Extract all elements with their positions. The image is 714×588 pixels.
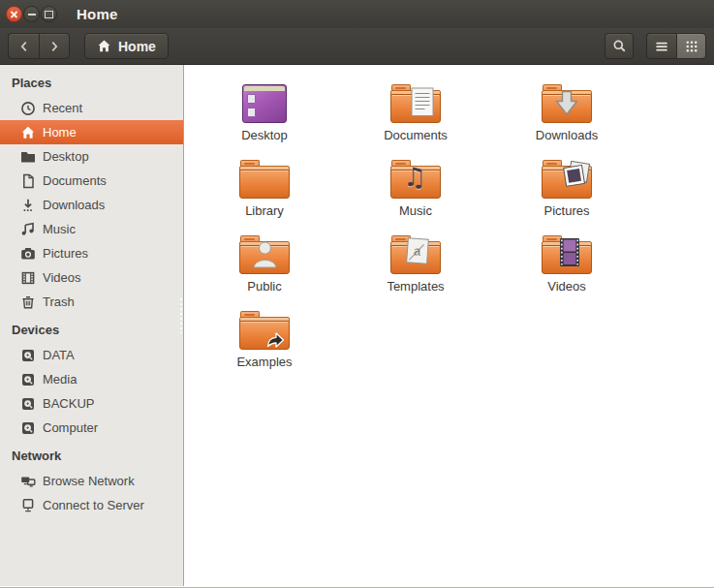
sidebar-item-browse-network[interactable]: Browse Network [0, 469, 183, 493]
file-item-downloads[interactable]: Downloads [491, 77, 642, 153]
home-icon [97, 39, 111, 53]
file-label: Desktop [241, 128, 288, 142]
sidebar-item-label: Trash [43, 294, 75, 309]
file-label: Library [245, 203, 284, 218]
document-icon [20, 173, 36, 189]
sidebar-item-label: Home [43, 125, 77, 139]
sidebar-item-videos[interactable]: Videos [0, 265, 183, 290]
sidebar-item-desktop[interactable]: Desktop [0, 144, 183, 169]
sidebar-item-backup[interactable]: BACKUP [0, 391, 183, 416]
download-icon [20, 198, 36, 213]
file-item-videos[interactable]: Videos [491, 229, 642, 304]
camera-icon [20, 246, 36, 262]
document-emblem-icon [411, 87, 435, 117]
sidebar-section-places: Places Recent Home Desktop Documents Dow… [0, 71, 183, 314]
file-label: Examples [236, 355, 292, 369]
file-item-templates[interactable]: a Templates [340, 229, 491, 304]
film-icon [20, 270, 36, 286]
sidebar-item-home[interactable]: Home [0, 120, 183, 144]
sidebar-item-data[interactable]: DATA [0, 343, 183, 367]
maximize-button[interactable] [41, 6, 57, 22]
search-icon [612, 39, 627, 53]
sidebar-item-label: Documents [43, 173, 107, 188]
sidebar-item-label: Connect to Server [43, 498, 144, 512]
drive-icon [20, 372, 36, 387]
filmstrip-emblem-icon [559, 237, 580, 267]
file-grid: Desktop Documents [185, 65, 714, 380]
sidebar-section-network: Network Browse Network Connect to Server [0, 444, 183, 517]
list-view-button[interactable] [646, 33, 676, 59]
nav-button-group [8, 33, 70, 59]
file-item-music[interactable]: ♫ Music [340, 153, 491, 229]
sidebar-item-documents[interactable]: Documents [0, 169, 183, 193]
sidebar-scrollbar[interactable] [180, 298, 182, 333]
view-toggle-group [646, 33, 706, 59]
file-item-library[interactable]: Library [189, 153, 340, 229]
downloads-folder-icon [540, 81, 594, 125]
grid-view-button[interactable] [676, 33, 706, 59]
sidebar-item-label: Videos [43, 270, 81, 285]
window-controls [0, 6, 57, 22]
sidebar: Places Recent Home Desktop Documents Dow… [0, 65, 184, 586]
file-label: Videos [547, 279, 586, 294]
symlink-arrow-emblem-icon [265, 329, 286, 349]
chevron-left-icon [17, 40, 31, 53]
template-emblem-icon: a [405, 236, 431, 266]
file-view[interactable]: Desktop Documents [185, 65, 714, 586]
back-button[interactable] [8, 33, 39, 59]
plain-folder-icon [237, 157, 292, 201]
file-manager-window: Home Home P [0, 0, 714, 588]
file-label: Pictures [544, 203, 590, 218]
desktop-folder-icon [237, 81, 292, 125]
network-icon [20, 474, 36, 489]
sidebar-header-places: Places [0, 71, 183, 96]
home-icon [20, 125, 36, 140]
file-label: Documents [384, 128, 448, 142]
file-item-examples[interactable]: Examples [189, 304, 340, 380]
sidebar-header-devices: Devices [0, 318, 183, 343]
sidebar-item-pictures[interactable]: Pictures [0, 241, 183, 265]
file-label: Downloads [536, 128, 598, 142]
file-item-public[interactable]: Public [189, 229, 340, 304]
link-folder-icon [237, 308, 292, 352]
file-item-pictures[interactable]: Pictures [491, 153, 642, 229]
sidebar-item-computer[interactable]: Computer [0, 416, 183, 440]
sidebar-item-label: Browse Network [43, 474, 135, 488]
file-label: Public [247, 279, 281, 294]
pictures-folder-icon [540, 157, 594, 201]
sidebar-item-connect-to-server[interactable]: Connect to Server [0, 493, 183, 517]
file-item-documents[interactable]: Documents [340, 77, 491, 153]
window-title: Home [77, 6, 117, 22]
sidebar-header-network: Network [0, 444, 183, 469]
sidebar-item-label: Recent [43, 101, 82, 115]
templates-folder-icon: a [388, 232, 443, 276]
drive-icon [20, 348, 36, 363]
sidebar-item-label: Music [43, 222, 76, 236]
search-button[interactable] [605, 33, 634, 59]
music-folder-icon: ♫ [388, 157, 443, 201]
sidebar-item-recent[interactable]: Recent [0, 96, 183, 120]
breadcrumb-label: Home [118, 39, 156, 54]
sidebar-item-music[interactable]: Music [0, 217, 183, 241]
sidebar-item-label: Computer [43, 420, 98, 435]
folder-icon [20, 149, 36, 165]
file-item-desktop[interactable]: Desktop [189, 77, 340, 153]
documents-folder-icon [388, 81, 443, 125]
forward-button[interactable] [39, 33, 70, 59]
download-arrow-emblem-icon [554, 90, 579, 116]
titlebar: Home [0, 0, 714, 28]
file-label: Templates [387, 279, 444, 294]
videos-folder-icon [540, 232, 594, 276]
sidebar-item-trash[interactable]: Trash [0, 290, 183, 314]
sidebar-item-media[interactable]: Media [0, 367, 183, 391]
breadcrumb-home-button[interactable]: Home [84, 33, 169, 59]
minimize-button[interactable] [23, 6, 40, 22]
sidebar-item-downloads[interactable]: Downloads [0, 193, 183, 217]
close-button[interactable] [6, 6, 22, 22]
public-folder-icon [237, 232, 292, 276]
sidebar-item-label: Media [43, 372, 77, 387]
sidebar-item-label: Pictures [43, 246, 88, 261]
clock-icon [20, 101, 36, 116]
list-view-icon [655, 40, 668, 53]
music-note-emblem-icon: ♫ [403, 158, 426, 197]
